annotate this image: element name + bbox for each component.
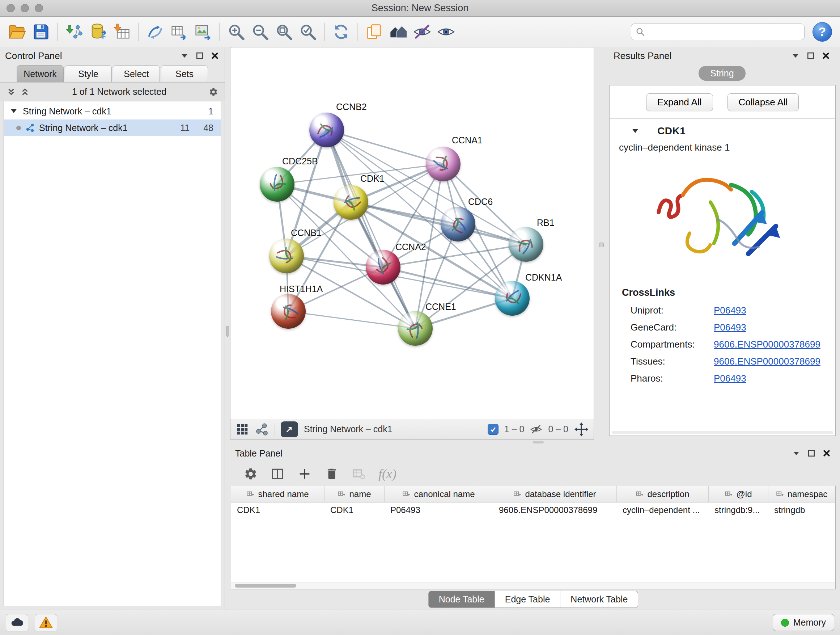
merge-networks-button[interactable] xyxy=(144,21,166,43)
column-header-canonical-name[interactable]: canonical name xyxy=(385,486,493,502)
panel-menu-button[interactable] xyxy=(180,51,189,60)
copy-button[interactable] xyxy=(363,21,386,43)
delete-column-icon[interactable] xyxy=(325,467,339,481)
fit-content-crosshair-icon[interactable] xyxy=(574,422,589,437)
network-node-ccna1[interactable] xyxy=(426,147,461,181)
column-header-database-identifier[interactable]: database identifier xyxy=(493,486,617,502)
network-node-rb1[interactable] xyxy=(508,227,543,262)
network-node-cdkn1a[interactable] xyxy=(495,281,530,316)
column-header--id[interactable]: @id xyxy=(709,486,768,502)
zoom-fit-button[interactable] xyxy=(273,21,295,43)
collapse-all-button[interactable] xyxy=(6,87,16,97)
splitter-handle[interactable] xyxy=(226,326,229,337)
crosslink-tissues-link[interactable]: 9606.ENSP00000378699 xyxy=(714,356,821,367)
table-row[interactable]: CDK1CDK1P064939606.ENSP00000378699cyclin… xyxy=(231,502,835,518)
export-table-button[interactable] xyxy=(168,21,190,43)
columns-icon[interactable] xyxy=(271,467,284,481)
help-button[interactable]: ? xyxy=(813,22,832,42)
network-node-cdc6[interactable] xyxy=(441,207,475,241)
gear-icon[interactable] xyxy=(244,467,257,481)
network-node-cdk1[interactable] xyxy=(333,185,368,220)
float-panel-button[interactable] xyxy=(807,448,816,458)
network-node-ccna2[interactable] xyxy=(366,250,401,285)
hidden-eye-slash-icon[interactable] xyxy=(530,423,542,435)
splitter-handle[interactable] xyxy=(533,441,544,443)
entry-header[interactable]: CDK1 xyxy=(609,119,835,141)
column-header-shared-name[interactable]: shared name xyxy=(231,486,325,502)
right-splitter[interactable] xyxy=(594,47,608,440)
minimize-window-button[interactable] xyxy=(21,4,29,12)
network-node-ccnb2[interactable] xyxy=(309,112,344,147)
table-scrollbar-thumb[interactable] xyxy=(235,584,296,587)
crosslink-genecard-link[interactable]: P06493 xyxy=(714,322,746,333)
share-network-icon[interactable] xyxy=(255,423,269,436)
network-edge[interactable] xyxy=(327,130,443,164)
network-edge[interactable] xyxy=(327,130,415,328)
warning-button[interactable] xyxy=(35,614,57,631)
import-database-button[interactable] xyxy=(87,21,109,43)
add-column-icon[interactable] xyxy=(297,467,312,481)
network-node-hist1h1a[interactable] xyxy=(271,294,306,329)
gear-icon[interactable] xyxy=(209,87,218,97)
close-panel-button[interactable] xyxy=(210,51,219,60)
panel-menu-button[interactable] xyxy=(791,51,800,60)
show-all-button[interactable] xyxy=(435,21,457,43)
open-session-button[interactable] xyxy=(6,21,28,43)
splitter-handle[interactable] xyxy=(599,242,604,247)
import-network-button[interactable] xyxy=(63,21,85,43)
collapse-all-button[interactable]: Collapse All xyxy=(728,93,799,111)
column-header-description[interactable]: description xyxy=(617,486,709,502)
network-canvas[interactable]: CCNB2CCNA1CDC25BCDK1CDC6RB1CCNB1CCNA2CDK… xyxy=(231,48,594,419)
crosslink-uniprot-link[interactable]: P06493 xyxy=(714,305,746,316)
selected-checkbox-icon[interactable] xyxy=(488,424,499,435)
import-table-button[interactable] xyxy=(111,21,133,43)
left-splitter[interactable] xyxy=(225,47,230,610)
close-panel-button[interactable] xyxy=(822,448,831,458)
crosslink-compartments-link[interactable]: 9606.ENSP00000378699 xyxy=(714,339,821,350)
close-panel-button[interactable] xyxy=(821,51,831,60)
tab-node-table[interactable]: Node Table xyxy=(428,591,495,608)
save-session-button[interactable] xyxy=(30,21,52,43)
refresh-button[interactable] xyxy=(330,21,352,43)
float-panel-button[interactable] xyxy=(195,51,204,60)
crosslink-pharos-link[interactable]: P06493 xyxy=(714,373,746,384)
network-node-ccnb1[interactable] xyxy=(269,239,304,273)
export-image-button[interactable] xyxy=(192,21,214,43)
search-input[interactable] xyxy=(649,27,800,37)
string-tab-badge[interactable]: String xyxy=(699,66,745,81)
table-scrollbar-track[interactable] xyxy=(231,583,835,589)
network-edge[interactable] xyxy=(288,311,415,328)
tab-network-table[interactable]: Network Table xyxy=(561,591,638,608)
tab-edge-table[interactable]: Edge Table xyxy=(495,591,561,608)
network-edge[interactable] xyxy=(351,203,526,244)
tab-network[interactable]: Network xyxy=(17,65,64,82)
results-scrollbar[interactable] xyxy=(612,431,833,434)
column-header-name[interactable]: name xyxy=(325,486,385,502)
close-window-button[interactable] xyxy=(6,4,15,12)
horizontal-splitter[interactable] xyxy=(230,440,840,445)
function-builder-button[interactable]: f(x) xyxy=(378,466,396,481)
network-collection-row[interactable]: String Network – cdk1 1 xyxy=(4,103,221,119)
zoom-window-button[interactable] xyxy=(35,4,43,12)
hide-selected-button[interactable] xyxy=(411,21,433,43)
zoom-in-button[interactable] xyxy=(225,21,248,43)
float-panel-button[interactable] xyxy=(806,51,815,60)
zoom-out-button[interactable] xyxy=(249,21,271,43)
network-row[interactable]: String Network – cdk1 11 48 xyxy=(4,119,221,136)
network-node-ccne1[interactable] xyxy=(398,311,433,346)
tab-style[interactable]: Style xyxy=(65,65,112,82)
disclosure-triangle-icon[interactable] xyxy=(9,106,19,116)
grid-icon[interactable] xyxy=(235,423,249,436)
disclosure-triangle-icon[interactable] xyxy=(630,126,640,136)
tab-select[interactable]: Select xyxy=(113,65,160,82)
expand-all-button[interactable]: Expand All xyxy=(646,93,713,111)
open-in-new-window-button[interactable] xyxy=(281,421,298,437)
expand-all-button[interactable] xyxy=(20,87,30,97)
tab-sets[interactable]: Sets xyxy=(161,65,208,82)
column-header-namespac[interactable]: namespac xyxy=(768,486,835,502)
zoom-selected-button[interactable] xyxy=(297,21,319,43)
cloud-button[interactable] xyxy=(6,614,28,631)
network-node-cdc25b[interactable] xyxy=(260,167,294,202)
home-button[interactable] xyxy=(387,21,409,43)
panel-menu-button[interactable] xyxy=(791,448,801,458)
